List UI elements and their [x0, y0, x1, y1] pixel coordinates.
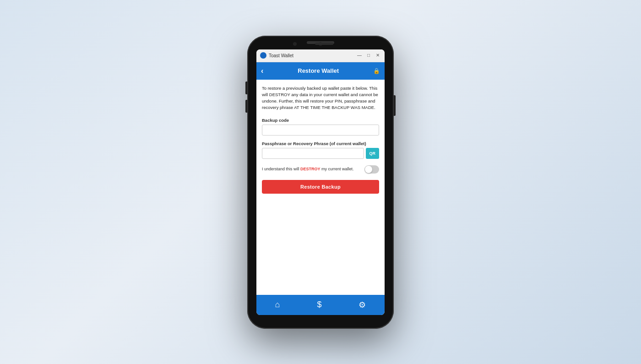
toggle-knob: [365, 166, 372, 173]
phone-speaker: [315, 43, 333, 45]
phone-screen: Toast Wallet — □ ✕ ‹ Restore Wallet 🔒 To…: [256, 49, 385, 315]
settings-nav-icon[interactable]: ⚙: [355, 296, 369, 314]
app-content: To restore a previously backed up wallet…: [256, 80, 385, 295]
home-nav-icon[interactable]: ⌂: [272, 296, 284, 313]
backup-code-label: Backup code: [262, 118, 379, 123]
confirm-text: I understand this will DESTROY my curren…: [262, 166, 362, 172]
confirm-row: I understand this will DESTROY my curren…: [262, 165, 379, 174]
passphrase-row: QR: [262, 148, 379, 159]
confirm-after: my current wallet.: [320, 167, 354, 171]
app-icon: [260, 52, 266, 59]
destroy-toggle[interactable]: [364, 165, 379, 174]
app-header: ‹ Restore Wallet 🔒: [256, 62, 385, 80]
maximize-button[interactable]: □: [365, 53, 372, 58]
qr-button[interactable]: QR: [366, 148, 380, 159]
window-controls: — □ ✕: [356, 53, 381, 58]
window-titlebar: Toast Wallet — □ ✕: [256, 49, 385, 62]
page-title: Restore Wallet: [263, 67, 373, 74]
passphrase-input[interactable]: [262, 148, 364, 159]
backup-code-input[interactable]: [262, 125, 379, 136]
confirm-destroy: DESTROY: [300, 167, 320, 171]
bottom-nav: ⌂ $ ⚙: [256, 295, 385, 315]
passphrase-label: Passphrase or Recovery Phrase (of curren…: [262, 141, 379, 146]
side-buttons-right: [394, 95, 396, 116]
close-button[interactable]: ✕: [375, 53, 381, 58]
side-buttons-left: [245, 81, 247, 113]
confirm-before: I understand this will: [262, 167, 300, 171]
money-nav-icon[interactable]: $: [313, 296, 325, 313]
lock-icon: 🔒: [373, 68, 380, 74]
app-title: Toast Wallet: [269, 53, 356, 58]
restore-backup-button[interactable]: Restore Backup: [262, 180, 379, 194]
description-text: To restore a previously backed up wallet…: [262, 85, 379, 111]
phone-mockup: Toast Wallet — □ ✕ ‹ Restore Wallet 🔒 To…: [247, 36, 394, 329]
minimize-button[interactable]: —: [356, 53, 363, 58]
